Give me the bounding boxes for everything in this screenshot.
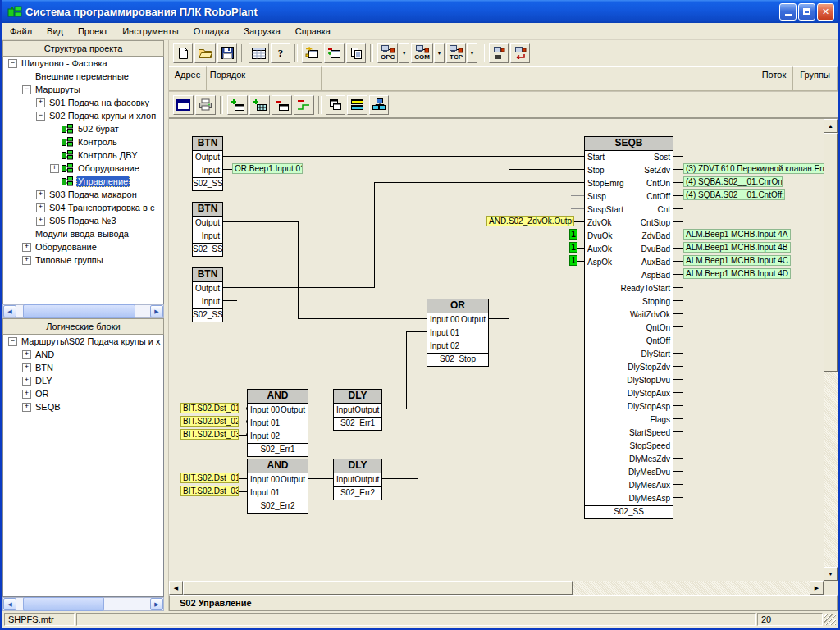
new-button[interactable]: [173, 43, 193, 63]
close-button[interactable]: ✕: [817, 3, 834, 21]
connection-ref-label[interactable]: BIT.S02.Dst_02: [180, 416, 239, 427]
column-button-gruppy[interactable]: Группы: [793, 66, 838, 91]
open-button[interactable]: [194, 43, 216, 63]
opc-button[interactable]: OPC: [377, 43, 398, 63]
tile-tree-button[interactable]: [369, 95, 389, 115]
copy-button[interactable]: [346, 43, 366, 63]
connection-ref-label[interactable]: ALM.Beep1 MCHB.Input 4D: [683, 268, 791, 279]
project-tree-label[interactable]: Оборудование: [34, 242, 98, 252]
blocks-tree-label[interactable]: BTN: [34, 363, 55, 372]
expand-plus-icon[interactable]: +: [22, 363, 31, 372]
menu-item[interactable]: Инструменты: [115, 25, 186, 38]
block-seqb[interactable]: SEQBStartSostStopSetZdvStopEmrgCntOnSusp…: [584, 136, 673, 519]
project-tree-item[interactable]: Модули ввода-вывода: [3, 227, 163, 240]
diagram-window-button[interactable]: [173, 95, 194, 115]
project-tree-item[interactable]: Управление: [3, 175, 163, 188]
block-export-button[interactable]: [324, 43, 345, 63]
collapse-minus-icon[interactable]: −: [22, 85, 31, 94]
project-tree-label[interactable]: S02 Подача крупы и хлоп: [48, 111, 158, 121]
project-tree-label[interactable]: Внешние переменные: [34, 71, 130, 81]
print-button[interactable]: [195, 95, 216, 115]
scroll-track[interactable]: [824, 372, 838, 567]
save-button[interactable]: [217, 43, 237, 63]
expand-plus-icon[interactable]: +: [22, 377, 31, 386]
connection-ref-label[interactable]: (3) ZDVT.610 Перекидной клапан.Enab: [683, 163, 824, 174]
project-tree-item[interactable]: −Маршруты: [3, 83, 163, 96]
menu-item[interactable]: Проект: [71, 25, 115, 38]
project-tree-label[interactable]: S03 Подача макарон: [48, 189, 139, 199]
connection-ref-label[interactable]: (4) SQBA.S02__01.CnrOn;...: [683, 176, 783, 187]
connection-ref-label[interactable]: (4) SQBA.S02__01.CntOff;...: [683, 189, 785, 200]
connection-ref-label[interactable]: BIT.S02.Dst_03: [180, 429, 239, 440]
connection-ref-label[interactable]: ALM.Beep1 MCHB.Input 4B: [683, 242, 791, 253]
canvas-vscrollbar[interactable]: ▲ ▼: [824, 118, 838, 581]
expand-plus-icon[interactable]: +: [36, 217, 45, 226]
connection-ref-label[interactable]: ALM.Beep1 MCHB.Input 4C: [683, 255, 791, 266]
blocks-tree-item[interactable]: +AND: [3, 348, 163, 361]
expand-plus-icon[interactable]: +: [36, 203, 45, 212]
column-button-potok[interactable]: Поток: [756, 66, 793, 91]
expand-plus-icon[interactable]: +: [22, 256, 31, 265]
column-button-adres[interactable]: Адрес: [169, 66, 207, 91]
blocks-tree-item[interactable]: +BTN: [3, 361, 163, 374]
expand-plus-icon[interactable]: +: [22, 350, 31, 359]
net-equal-button[interactable]: [489, 43, 509, 63]
collapse-minus-icon[interactable]: −: [36, 112, 45, 121]
expand-plus-icon[interactable]: +: [22, 243, 31, 252]
project-tree-label[interactable]: S01 Подача на фасовку: [48, 98, 151, 107]
scroll-left-icon[interactable]: ◀: [169, 581, 183, 595]
project-tree-item[interactable]: +S03 Подача макарон: [3, 188, 163, 201]
scroll-down-icon[interactable]: ▼: [824, 567, 838, 581]
project-tree-label[interactable]: Оборудование: [76, 163, 141, 173]
project-tree-item[interactable]: +S01 Подача на фасовку: [3, 96, 163, 109]
scroll-track[interactable]: [573, 581, 810, 595]
scroll-up-icon[interactable]: ▲: [824, 119, 838, 133]
block-btn[interactable]: BTNOutputInputS02_SS: [192, 202, 223, 257]
cascade-button[interactable]: [326, 95, 345, 115]
block-dly[interactable]: DLYInputOutputS02_Err2: [333, 459, 382, 500]
expand-plus-icon[interactable]: +: [22, 403, 31, 412]
expand-plus-icon[interactable]: +: [36, 190, 45, 199]
scroll-thumb[interactable]: [23, 304, 135, 318]
blocks-tree-item[interactable]: +OR: [3, 387, 163, 400]
scroll-right-icon[interactable]: ▶: [150, 598, 163, 610]
project-tree-label[interactable]: Контроль: [76, 137, 119, 147]
project-tree-label[interactable]: S05 Подача №3: [48, 216, 118, 226]
add-block-grid-button[interactable]: [249, 95, 270, 115]
block-btn[interactable]: BTNOutputInputS02_SS: [192, 267, 223, 322]
scroll-left-icon[interactable]: ◀: [3, 305, 16, 317]
help-button[interactable]: ?: [271, 43, 290, 63]
menu-item[interactable]: Справка: [288, 25, 338, 38]
project-tree-item[interactable]: +S04 Транспортировка в с: [3, 201, 163, 214]
project-tree-item[interactable]: +Оборудование: [3, 240, 163, 253]
resize-grip[interactable]: [824, 614, 836, 625]
blocks-tree-label[interactable]: SEQB: [34, 402, 62, 412]
connection-ref-label[interactable]: AND.S02_ZdvOk.Output: [486, 216, 574, 226]
add-block-button[interactable]: [227, 95, 248, 115]
project-tree-item[interactable]: Контроль ДВУ: [3, 148, 163, 162]
project-tree-label[interactable]: 502 бурат: [76, 124, 121, 134]
constant-value-label[interactable]: 1: [569, 255, 578, 266]
project-tree-item[interactable]: 502 бурат: [3, 122, 163, 135]
com-button[interactable]: COM: [411, 43, 433, 63]
diagram-tab-bar[interactable]: S02 Управление: [169, 595, 838, 611]
blocks-tree-item[interactable]: −Маршруты\S02 Подача крупы и х: [3, 335, 163, 348]
project-tree-item[interactable]: +Оборудование: [3, 162, 163, 175]
delete-step-button[interactable]: [294, 95, 314, 115]
blocks-tree-item[interactable]: +DLY: [3, 374, 163, 387]
scroll-left-icon[interactable]: ◀: [3, 598, 16, 610]
collapse-minus-icon[interactable]: −: [8, 337, 17, 346]
project-tree-item[interactable]: +Типовые группы: [3, 253, 163, 267]
menu-item[interactable]: Файл: [2, 25, 39, 38]
connection-ref-label[interactable]: ALM.Beep1 MCHB.Input 4A: [683, 229, 791, 240]
block-and[interactable]: ANDInput 00OutputInput 01Input 02S02_Err…: [247, 389, 308, 457]
scroll-thumb[interactable]: [183, 581, 573, 595]
column-button-poryadok[interactable]: Порядок: [207, 66, 249, 91]
menu-item[interactable]: Загрузка: [236, 25, 287, 38]
blocks-tree-label[interactable]: Маршруты\S02 Подача крупы и х: [20, 336, 162, 346]
tcp-button[interactable]: TCP: [446, 43, 466, 63]
blocks-tree-label[interactable]: DLY: [34, 376, 54, 386]
block-import-button[interactable]: [302, 43, 322, 63]
blocks-tree-item[interactable]: +SEQB: [3, 400, 163, 413]
constant-value-label[interactable]: 1: [569, 229, 578, 240]
